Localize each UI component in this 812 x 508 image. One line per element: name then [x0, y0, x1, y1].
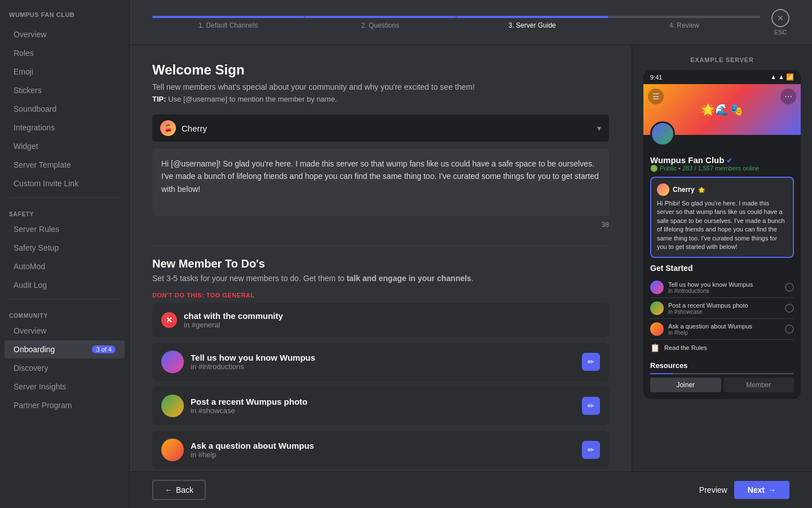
resources-section: Resources Joiner Member [650, 361, 794, 392]
main-content: 1. Default Channels 2. Questions 3. Serv… [130, 0, 812, 508]
edit-task-1-button[interactable]: ✏ [582, 353, 600, 371]
sidebar-item-server-insights[interactable]: Server Insights [5, 378, 125, 396]
sidebar-divider-1 [9, 197, 120, 198]
edit-task-3-button[interactable]: ✏ [582, 441, 600, 459]
new-member-title: New Member To Do's [152, 257, 609, 270]
sidebar-item-integrations[interactable]: Integrations [5, 119, 125, 137]
onboarding-task-2-info: Post a recent Wumpus photo in #showcase [668, 302, 780, 315]
read-rules-text: Read the Rules [664, 344, 794, 351]
esc-icon: ✕ [771, 9, 789, 27]
sidebar-item-audit-log[interactable]: Audit Log [5, 276, 125, 294]
signer-avatar: 🍒 [160, 120, 176, 136]
progress-bar-2 [304, 16, 457, 18]
server-icon [650, 121, 675, 146]
back-arrow-icon: ← [165, 485, 173, 494]
sidebar-item-safety-setup[interactable]: Safety Setup [5, 239, 125, 257]
back-button[interactable]: ← Back [152, 480, 206, 500]
sidebar-item-overview[interactable]: Overview [5, 25, 125, 43]
sidebar-item-server-rules[interactable]: Server Rules [5, 220, 125, 238]
sidebar-item-custom-invite[interactable]: Custom Invite Link [5, 174, 125, 192]
preview-panel: EXAMPLE SERVER 9:41 ▲ ▲ 📶 ☰ ⋯ 🌟🌊🎭 [632, 45, 812, 471]
tab-joiner[interactable]: Joiner [650, 378, 721, 392]
read-rules-row: 📋 Read the Rules [650, 340, 794, 356]
char-count: 38 [152, 221, 609, 229]
edit-task-2-button[interactable]: ✏ [582, 397, 600, 415]
welcome-avatar [657, 183, 669, 196]
sidebar-item-stickers[interactable]: Stickers [5, 81, 125, 99]
sidebar-item-soundboard[interactable]: Soundboard [5, 100, 125, 118]
good-task-2-channel: in #showcase [191, 406, 575, 415]
onboarding-task-2: Post a recent Wumpus photo in #showcase [650, 298, 794, 319]
onboarding-avatar-2 [650, 301, 664, 315]
task-3-check[interactable] [785, 325, 794, 334]
sidebar-item-widget[interactable]: Widget [5, 137, 125, 155]
progress-label-1: 1. Default Channels [198, 21, 258, 29]
progress-header: 1. Default Channels 2. Questions 3. Serv… [130, 0, 812, 45]
sidebar-item-emoji[interactable]: Emoji [5, 63, 125, 81]
resources-tabs: Joiner Member [650, 378, 794, 392]
next-label: Next [748, 485, 765, 494]
phone-icons: ▲ ▲ 📶 [770, 73, 794, 81]
welcome-card-header: Cherry 🌟 [657, 183, 787, 196]
sidebar-item-community-overview[interactable]: Overview [5, 322, 125, 340]
server-name: WUMPUS FAN CLUB [0, 11, 129, 25]
sidebar-item-roles[interactable]: Roles [5, 44, 125, 62]
footer-right: Preview Next → [699, 481, 789, 499]
tab-member[interactable]: Member [723, 378, 795, 392]
sidebar: WUMPUS FAN CLUB Overview Roles Emoji Sti… [0, 0, 130, 508]
good-task-2: Post a recent Wumpus photo in #showcase … [152, 387, 609, 425]
good-task-1-info: Tell us how you know Wumpus in #introduc… [191, 353, 575, 371]
welcome-card: Cherry 🌟 Hi Phibi! So glad you're here. … [650, 177, 794, 258]
esc-label: ESC [774, 29, 787, 36]
progress-step-1[interactable]: 1. Default Channels [152, 16, 304, 29]
progress-step-4[interactable]: 4. Review [608, 16, 761, 29]
good-task-2-info: Post a recent Wumpus photo in #showcase [191, 397, 575, 415]
dont-do-label: DON'T DO THIS: TOO GENERAL [152, 292, 609, 299]
next-button[interactable]: Next → [734, 481, 789, 499]
good-task-1-name: Tell us how you know Wumpus [191, 353, 575, 362]
new-member-desc: Set 3-5 tasks for your new members to do… [152, 274, 609, 283]
progress-step-2[interactable]: 2. Questions [304, 16, 457, 29]
progress-step-3[interactable]: 3. Server Guide [456, 16, 608, 29]
form-panel: Welcome Sign Tell new members what's spe… [130, 45, 632, 471]
bad-task-item: ✕ chat with the community in #general [152, 303, 609, 337]
welcome-signer-dropdown[interactable]: 🍒 Cherry ▾ [152, 115, 609, 142]
task-1-check[interactable] [785, 283, 794, 292]
welcome-message-box[interactable]: Hi [@username]! So glad you're here. I m… [152, 148, 609, 216]
rules-icon: 📋 [650, 343, 660, 352]
sidebar-item-automod[interactable]: AutoMod [5, 257, 125, 275]
form-tip: TIP: Use [@username] to mention the memb… [152, 95, 609, 103]
good-task-1-channel: in #introductions [191, 362, 575, 371]
task-2-check[interactable] [785, 304, 794, 313]
progress-label-2: 2. Questions [361, 21, 399, 29]
task-x-icon: ✕ [161, 312, 177, 328]
sidebar-item-partner-program[interactable]: Partner Program [5, 396, 125, 414]
good-task-3-channel: in #help [191, 450, 575, 459]
sidebar-item-server-template[interactable]: Server Template [5, 156, 125, 174]
sidebar-item-discovery[interactable]: Discovery [5, 359, 125, 377]
task-avatar-2 [161, 395, 184, 417]
form-description: Tell new members what's special about yo… [152, 82, 609, 91]
task-avatar-1 [161, 351, 184, 373]
dropdown-left: 🍒 Cherry [160, 120, 207, 136]
hamburger-icon: ☰ [648, 89, 664, 104]
esc-button[interactable]: ✕ ESC [771, 9, 789, 36]
cherry-badge: 🌟 [698, 187, 705, 193]
onboarding-avatar-3 [650, 322, 664, 336]
task-avatar-3 [161, 439, 184, 461]
preview-button[interactable]: Preview [699, 485, 727, 494]
sidebar-item-onboarding[interactable]: Onboarding 3 of 4 [5, 340, 125, 358]
next-arrow-icon: → [768, 485, 776, 494]
section-divider [152, 246, 609, 246]
onboarding-badge: 3 of 4 [92, 345, 116, 353]
welcome-message-preview: Hi Phibi! So glad you're here. I made th… [657, 199, 787, 251]
banner-decoration: 🌟🌊🎭 [701, 103, 743, 116]
onboarding-task-1-info: Tell us how you know Wumpus in #introduc… [668, 281, 780, 294]
good-task-3-info: Ask a question about Wumpus in #help [191, 441, 575, 459]
good-task-3: Ask a question about Wumpus in #help ✏ [152, 431, 609, 469]
sidebar-divider-2 [9, 299, 120, 299]
phone-mockup: 9:41 ▲ ▲ 📶 ☰ ⋯ 🌟🌊🎭 Wu [643, 70, 801, 399]
section-safety: SAFETY [0, 202, 129, 220]
good-task-1: Tell us how you know Wumpus in #introduc… [152, 343, 609, 381]
good-task-3-name: Ask a question about Wumpus [191, 441, 575, 450]
